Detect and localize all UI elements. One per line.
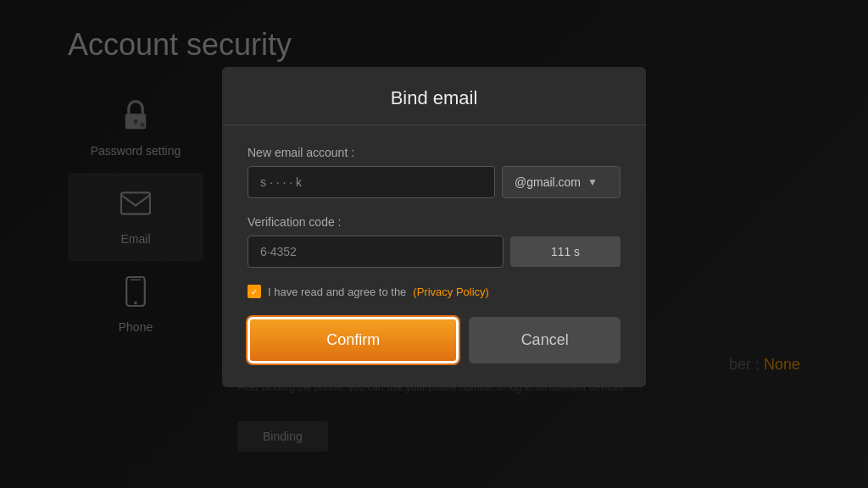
email-field-row: @gmail.com ▼ xyxy=(248,166,620,198)
verification-field-row: 111 s xyxy=(248,236,620,268)
confirm-button[interactable]: Confirm xyxy=(248,317,459,363)
chevron-down-icon: ▼ xyxy=(587,176,598,188)
timer-display: 111 s xyxy=(510,236,620,267)
dialog-title: Bind email xyxy=(222,67,646,125)
domain-select[interactable]: @gmail.com ▼ xyxy=(502,166,620,198)
dialog-overlay: Bind email New email account : @gmail.co… xyxy=(0,0,868,488)
dialog-body: New email account : @gmail.com ▼ Verific… xyxy=(222,125,646,387)
cancel-button[interactable]: Cancel xyxy=(469,317,620,363)
email-field-label: New email account : xyxy=(248,146,620,159)
privacy-policy-link[interactable]: (Privacy Policy) xyxy=(413,286,489,298)
bind-email-dialog: Bind email New email account : @gmail.co… xyxy=(222,67,646,387)
verification-input[interactable] xyxy=(248,236,504,268)
dialog-actions: Confirm Cancel xyxy=(248,317,620,363)
email-input[interactable] xyxy=(248,166,495,198)
privacy-row: ✓ I have read and agree to the (Privacy … xyxy=(248,285,620,298)
verification-field-group: Verification code : 111 s xyxy=(248,215,620,268)
privacy-text: I have read and agree to the xyxy=(268,286,406,298)
privacy-checkbox[interactable]: ✓ xyxy=(248,285,261,298)
email-field-group: New email account : @gmail.com ▼ xyxy=(248,146,620,198)
verification-field-label: Verification code : xyxy=(248,215,620,229)
domain-value: @gmail.com xyxy=(515,175,581,189)
